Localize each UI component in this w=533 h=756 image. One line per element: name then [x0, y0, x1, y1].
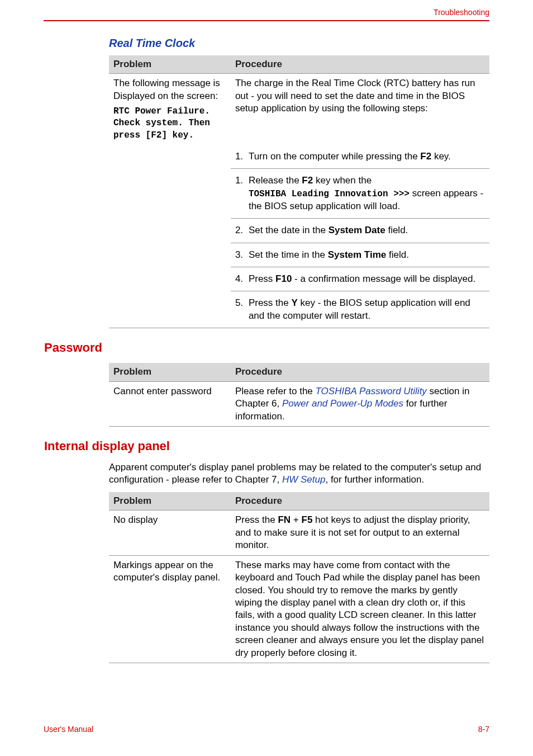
col-header-procedure: Procedure	[231, 363, 489, 381]
cell-step2: 2. Set the date in the System Date field…	[231, 219, 489, 243]
link-hw-setup[interactable]: HW Setup	[282, 474, 325, 485]
table-row: 1. Turn on the computer while pressing t…	[109, 145, 489, 169]
key-name: F2	[302, 175, 313, 186]
text-fragment: - a confirmation message will be display…	[292, 273, 475, 284]
text-fragment: Set the time in the	[249, 249, 328, 260]
text-fragment: key when the	[313, 175, 372, 186]
page-footer: User's Manual 8-7	[44, 724, 489, 734]
footer-page-number: 8-7	[478, 725, 489, 734]
step-text: Set the date in the System Date field.	[249, 224, 408, 237]
table-row: 3. Set the time in the System Time field…	[109, 243, 489, 267]
problem-intro: The following message is Displayed on th…	[113, 78, 220, 101]
table-row: 4. Press F10 - a confirmation message wi…	[109, 267, 489, 291]
col-header-problem: Problem	[109, 363, 231, 381]
cell-problem: Markings appear on the computer's displa…	[109, 555, 231, 663]
table-display: Problem Procedure No display Press the F…	[109, 492, 489, 663]
header-rule	[44, 20, 489, 21]
text-fragment: field.	[386, 249, 409, 260]
text-fragment: +	[291, 514, 301, 525]
table-row: Cannot enter password Please refer to th…	[109, 381, 489, 426]
table-row: 1. Release the F2 key when the TOSHIBA L…	[109, 169, 489, 219]
table-rtc: Problem Procedure The following message …	[109, 55, 489, 328]
footer-manual-label: User's Manual	[44, 725, 93, 734]
step-number: 1.	[235, 174, 249, 212]
cell-step5: 5. Press the Y key - the BIOS setup appl…	[231, 291, 489, 328]
procedure-intro: The charge in the Real Time Clock (RTC) …	[235, 78, 475, 114]
col-header-procedure: Procedure	[231, 492, 489, 511]
header-section-label: Troubleshooting	[434, 8, 489, 17]
step-number: 5.	[235, 297, 249, 322]
table-row: 2. Set the date in the System Date field…	[109, 219, 489, 243]
cell-step4: 4. Press F10 - a confirmation message wi…	[231, 267, 489, 291]
cell-problem: Cannot enter password	[109, 381, 231, 426]
step-text: Set the time in the System Time field.	[249, 249, 409, 261]
text-fragment: Release the	[249, 175, 302, 186]
problem-message: RTC Power Failure. Check system. Then pr…	[113, 106, 226, 141]
col-header-problem: Problem	[109, 55, 231, 74]
link-power-modes[interactable]: Power and Power-Up Modes	[282, 398, 403, 409]
step-text: Release the F2 key when the TOSHIBA Lead…	[249, 174, 485, 212]
cell-step3: 3. Set the time in the System Time field…	[231, 243, 489, 267]
heading-password: Password	[44, 341, 489, 355]
text-fragment: field.	[386, 225, 408, 235]
col-header-problem: Problem	[109, 492, 231, 511]
text-fragment: Press the	[249, 297, 292, 308]
step-number: 1.	[235, 150, 249, 163]
key-name: F2	[420, 151, 431, 162]
table-row: Markings appear on the computer's displa…	[109, 555, 489, 663]
cell-procedure: These marks may have come from contact w…	[231, 555, 489, 663]
step-number: 2.	[235, 224, 249, 237]
page-content: Real Time Clock Problem Procedure The fo…	[109, 37, 489, 675]
step-text: Press the Y key - the BIOS setup applica…	[249, 297, 485, 322]
key-name: FN	[278, 514, 291, 525]
step-number: 3.	[235, 249, 249, 261]
table-row: No display Press the FN + F5 hot keys to…	[109, 511, 489, 555]
table-row: 5. Press the Y key - the BIOS setup appl…	[109, 291, 489, 328]
table-password: Problem Procedure Cannot enter password …	[109, 363, 489, 427]
step-text: Press F10 - a confirmation message will …	[249, 273, 475, 285]
heading-rtc: Real Time Clock	[109, 37, 489, 50]
step-number: 4.	[235, 273, 249, 285]
heading-display-panel: Internal display panel	[44, 439, 489, 453]
cell-step1b: 1. Release the F2 key when the TOSHIBA L…	[231, 169, 489, 219]
screen-message: TOSHIBA Leading Innovation >>>	[249, 189, 410, 199]
display-intro: Apparent computer's display panel proble…	[109, 461, 489, 486]
key-name: F10	[275, 273, 292, 284]
text-fragment: key.	[431, 151, 451, 162]
key-name: Y	[291, 297, 297, 308]
text-fragment: Set the date in the	[249, 225, 329, 235]
cell-procedure: Please refer to the TOSHIBA Password Uti…	[231, 381, 489, 426]
cell-procedure-intro: The charge in the Real Time Clock (RTC) …	[231, 74, 489, 145]
table-row: The following message is Displayed on th…	[109, 74, 489, 145]
key-name: F5	[302, 514, 313, 525]
text-fragment: Press the	[235, 514, 278, 525]
text-fragment: , for further information.	[325, 474, 424, 485]
field-name: System Date	[329, 225, 386, 235]
text-fragment: Press	[249, 273, 275, 284]
cell-problem: The following message is Displayed on th…	[109, 74, 231, 145]
step-text: Turn on the computer while pressing the …	[249, 150, 451, 163]
cell-problem: No display	[109, 511, 231, 555]
col-header-procedure: Procedure	[231, 55, 489, 74]
cell-step1a: 1. Turn on the computer while pressing t…	[231, 145, 489, 169]
link-toshiba-password-utility[interactable]: TOSHIBA Password Utility	[316, 386, 427, 396]
cell-procedure: Press the FN + F5 hot keys to adjust the…	[231, 511, 489, 555]
text-fragment: Turn on the computer while pressing the	[249, 151, 420, 162]
text-fragment: Please refer to the	[235, 386, 316, 396]
field-name: System Time	[328, 249, 387, 260]
